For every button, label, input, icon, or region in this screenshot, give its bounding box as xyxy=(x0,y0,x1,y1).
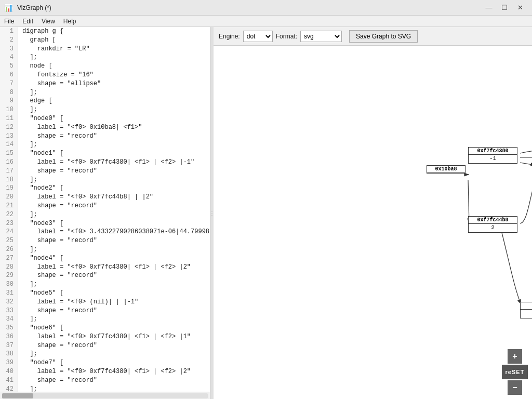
graph-canvas[interactable]: 0x10ba8 0xf7fc4380 -1 0xf7fc44b8 2 0xf7f… xyxy=(214,46,532,399)
code-line: "node3" [ xyxy=(22,219,210,228)
code-line: "node2" [ xyxy=(22,184,210,193)
menu-edit[interactable]: Edit xyxy=(18,17,37,26)
line-number: 4 xyxy=(0,53,16,62)
titlebar-left: 📊 VizGraph (*) xyxy=(4,4,51,12)
node-header: 0xf7fc44b8 xyxy=(469,217,517,224)
main-layout: 1234567891011121314151617181920212223242… xyxy=(0,27,532,399)
line-number: 27 xyxy=(0,254,16,263)
line-number: 19 xyxy=(0,184,16,193)
code-line: label = "<f0> 0xf7fc4380| <f1> | <f2> |1… xyxy=(22,332,210,341)
code-line: ]; xyxy=(22,280,210,289)
code-line: ]; xyxy=(22,210,210,219)
line-number: 36 xyxy=(0,332,16,341)
line-number: 31 xyxy=(0,289,16,298)
maximize-button[interactable]: ☐ xyxy=(497,0,512,16)
line-number: 42 xyxy=(0,385,16,392)
line-number: 40 xyxy=(0,367,16,376)
code-line: ]; xyxy=(22,88,210,97)
code-line: rankdir = "LR" xyxy=(22,45,210,54)
code-line: fontsize = "16" xyxy=(22,71,210,79)
node-header: 0x10ba8 xyxy=(427,166,465,173)
code-line: ]; xyxy=(22,245,210,254)
code-line: label = "<f0> 0xf7fc44b8| | |2" xyxy=(22,193,210,202)
code-line: shape = "record" xyxy=(22,236,210,245)
line-number: 28 xyxy=(0,263,16,272)
reset-button[interactable]: reSET xyxy=(502,365,528,379)
code-line: "node1" [ xyxy=(22,149,210,158)
code-line: ]; xyxy=(22,53,210,62)
line-number: 7 xyxy=(0,79,16,88)
engine-select[interactable]: dotneatofdp xyxy=(243,31,273,42)
code-line: ]; xyxy=(22,105,210,114)
window-title: VizGraph (*) xyxy=(17,4,51,11)
line-number: 11 xyxy=(0,114,16,123)
line-number: 16 xyxy=(0,158,16,167)
graph-panel: Engine: dotneatofdp Format: svgpngpdf Sa… xyxy=(214,27,532,399)
code-line: shape = "ellipse" xyxy=(22,79,210,88)
code-line: edge [ xyxy=(22,97,210,105)
line-number: 9 xyxy=(0,97,16,105)
menu-file[interactable]: File xyxy=(0,17,18,26)
window-controls: — ☐ ✕ xyxy=(481,0,528,16)
node-cell: -1 xyxy=(521,310,532,318)
horizontal-scrollbar[interactable] xyxy=(0,392,210,399)
line-number: 10 xyxy=(0,105,16,114)
line-number: 6 xyxy=(0,71,16,79)
line-number: 35 xyxy=(0,324,16,332)
zoom-out-button[interactable]: − xyxy=(508,380,522,395)
close-button[interactable]: ✕ xyxy=(512,0,528,16)
line-number: 25 xyxy=(0,236,16,245)
code-lines: 1234567891011121314151617181920212223242… xyxy=(0,27,210,392)
line-number: 12 xyxy=(0,123,16,132)
menu-help[interactable]: Help xyxy=(59,17,81,26)
line-number: 24 xyxy=(0,228,16,236)
code-line: label = "<f0> 0xf7fc4380| <f1> | <f2> |-… xyxy=(22,158,210,167)
format-label: Format: xyxy=(276,33,297,40)
menu-view[interactable]: View xyxy=(37,17,59,26)
line-number: 13 xyxy=(0,132,16,141)
code-line: shape = "record" xyxy=(22,132,210,141)
graph-node-n0: 0x10ba8 xyxy=(427,165,466,174)
line-number: 18 xyxy=(0,176,16,184)
node-header: (nil) xyxy=(521,302,532,310)
graph-node-n2: 0xf7fc44b8 2 xyxy=(468,216,517,233)
line-number: 2 xyxy=(0,36,16,45)
code-line: "node4" [ xyxy=(22,254,210,263)
menu-bar: File Edit View Help xyxy=(0,16,532,27)
line-number: 14 xyxy=(0,140,16,149)
line-number: 3 xyxy=(0,45,16,54)
minimize-button[interactable]: — xyxy=(481,0,497,16)
code-line: shape = "record" xyxy=(22,341,210,350)
code-line: ]; xyxy=(22,385,210,392)
code-line: shape = "record" xyxy=(22,202,210,210)
code-line: label = "<f0> 0xf7fc4380| <f1> | <f2> |2… xyxy=(22,367,210,376)
scroll-thumb[interactable] xyxy=(2,393,33,398)
editor-content[interactable]: 1234567891011121314151617181920212223242… xyxy=(0,27,210,392)
format-select[interactable]: svgpngpdf xyxy=(300,31,342,42)
node-header: 0xf7fc4380 xyxy=(469,148,517,155)
line-numbers: 1234567891011121314151617181920212223242… xyxy=(0,27,18,392)
line-number: 33 xyxy=(0,307,16,315)
app-icon: 📊 xyxy=(4,4,13,12)
line-number: 37 xyxy=(0,341,16,350)
graph-toolbar: Engine: dotneatofdp Format: svgpngpdf Sa… xyxy=(214,27,532,46)
line-number: 17 xyxy=(0,167,16,176)
save-graph-button[interactable]: Save Graph to SVG xyxy=(349,30,418,43)
zoom-in-button[interactable]: + xyxy=(508,349,522,364)
line-number: 23 xyxy=(0,219,16,228)
code-line: "node0" [ xyxy=(22,114,210,123)
code-line: graph [ xyxy=(22,36,210,45)
line-number: 34 xyxy=(0,315,16,324)
editor-panel: 1234567891011121314151617181920212223242… xyxy=(0,27,210,399)
zoom-controls: + reSET − xyxy=(502,349,528,395)
line-number: 8 xyxy=(0,88,16,97)
line-number: 1 xyxy=(0,27,16,36)
line-number: 39 xyxy=(0,358,16,367)
scroll-track[interactable] xyxy=(2,393,208,398)
node-cell: -1 xyxy=(469,155,517,163)
line-number: 32 xyxy=(0,298,16,307)
line-number: 21 xyxy=(0,202,16,210)
line-number: 29 xyxy=(0,271,16,280)
code-line: shape = "record" xyxy=(22,271,210,280)
code-line: "node7" [ xyxy=(22,358,210,367)
